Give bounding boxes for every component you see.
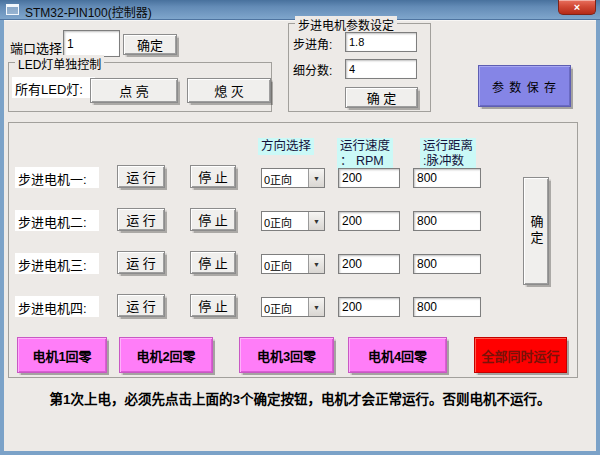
stop-button-4[interactable]: 停 止	[190, 294, 236, 317]
close-button[interactable]: ×	[558, 0, 596, 15]
direction-value: 0正向	[262, 255, 308, 273]
subdivision-input[interactable]	[345, 59, 417, 79]
direction-select-4[interactable]: 0正向 ▼	[261, 297, 325, 317]
motor-label: 步进电机四:	[15, 296, 99, 317]
motors-confirm-button[interactable]: 确定	[523, 177, 549, 285]
params-group-title: 步进电机参数设定	[295, 16, 397, 33]
run-button-4[interactable]: 运 行	[117, 294, 165, 317]
run-all-button[interactable]: 全部同时运行	[474, 337, 567, 373]
header-speed: 运行速度 ： RPM	[337, 138, 393, 170]
speed-input-2[interactable]	[338, 211, 400, 231]
chevron-down-icon[interactable]: ▼	[308, 255, 324, 273]
motor-row-4: 步进电机四: 运 行 停 止 0正向 ▼	[4, 296, 596, 320]
motor-row-1: 步进电机一: 运 行 停 止 0正向 ▼	[4, 167, 596, 191]
run-button-2[interactable]: 运 行	[117, 208, 165, 231]
direction-select-2[interactable]: 0正向 ▼	[261, 211, 325, 231]
app-window: STM32-PIN100(控制器) × 端口选择: 确定 LED灯单独控制 所有…	[0, 0, 600, 455]
direction-value: 0正向	[262, 298, 308, 316]
client-area: 端口选择: 确定 LED灯单独控制 所有LED灯: 点 亮 熄 灭 步进电机参数…	[4, 20, 596, 451]
motor4-zero-button[interactable]: 电机4回零	[348, 337, 447, 373]
run-button-3[interactable]: 运 行	[117, 251, 165, 274]
port-input[interactable]	[63, 30, 120, 57]
motor-label: 步进电机二:	[15, 210, 99, 231]
stop-button-1[interactable]: 停 止	[190, 165, 236, 188]
led-off-button[interactable]: 熄 灭	[187, 78, 271, 103]
direction-value: 0正向	[262, 169, 308, 187]
port-confirm-button[interactable]: 确定	[123, 34, 177, 55]
subdivision-label: 细分数:	[293, 61, 332, 78]
stop-button-2[interactable]: 停 止	[190, 208, 236, 231]
motor-label: 步进电机三:	[15, 253, 99, 274]
distance-input-3[interactable]	[413, 254, 481, 274]
step-angle-label: 步进角:	[293, 35, 332, 52]
direction-value: 0正向	[262, 212, 308, 230]
speed-input-3[interactable]	[338, 254, 400, 274]
led-all-label: 所有LED灯:	[12, 77, 95, 98]
speed-input-4[interactable]	[338, 297, 400, 317]
close-icon: ×	[574, 1, 580, 13]
direction-select-3[interactable]: 0正向 ▼	[261, 254, 325, 274]
led-group-title: LED灯单独控制	[15, 55, 104, 72]
distance-input-2[interactable]	[413, 211, 481, 231]
header-direction: 方向选择	[258, 138, 314, 155]
chevron-down-icon[interactable]: ▼	[308, 212, 324, 230]
direction-select-1[interactable]: 0正向 ▼	[261, 168, 325, 188]
speed-input-1[interactable]	[338, 168, 400, 188]
distance-input-4[interactable]	[413, 297, 481, 317]
params-confirm-button[interactable]: 确 定	[345, 87, 418, 108]
app-icon	[6, 4, 19, 15]
motor2-zero-button[interactable]: 电机2回零	[119, 337, 213, 373]
header-distance-line1: 运行距离	[423, 139, 473, 154]
motor-row-2: 步进电机二: 运 行 停 止 0正向 ▼	[4, 210, 596, 234]
header-speed-line1: 运行速度	[340, 139, 390, 154]
chevron-down-icon[interactable]: ▼	[308, 298, 324, 316]
chevron-down-icon[interactable]: ▼	[308, 169, 324, 187]
run-button-1[interactable]: 运 行	[117, 165, 165, 188]
motor-row-3: 步进电机三: 运 行 停 止 0正向 ▼	[4, 253, 596, 277]
header-distance: 运行距离 :脉冲数	[420, 138, 476, 170]
save-params-button[interactable]: 参 数 保 存	[478, 65, 571, 107]
step-angle-input[interactable]	[345, 32, 417, 52]
led-on-button[interactable]: 点 亮	[90, 78, 178, 103]
motor-label: 步进电机一:	[15, 167, 99, 188]
window-title: STM32-PIN100(控制器)	[25, 3, 152, 20]
motor3-zero-button[interactable]: 电机3回零	[239, 337, 334, 373]
motor1-zero-button[interactable]: 电机1回零	[17, 337, 107, 373]
distance-input-1[interactable]	[413, 168, 481, 188]
footer-note: 第1次上电，必须先点击上面的3个确定按钮，电机才会正常运行。否则电机不运行。	[4, 388, 596, 408]
stop-button-3[interactable]: 停 止	[190, 251, 236, 274]
